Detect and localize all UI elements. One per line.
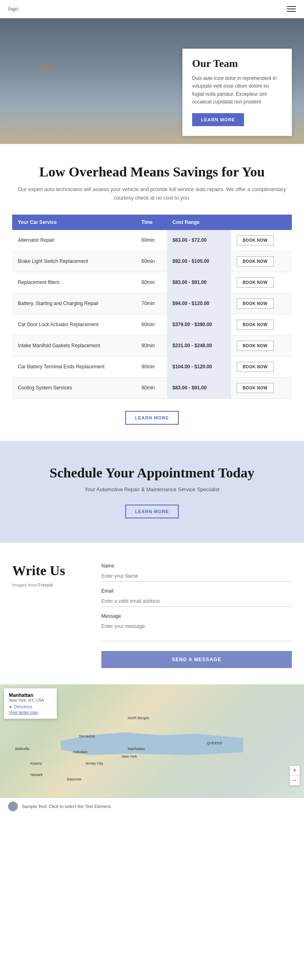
service-name: Replacement filters [12, 272, 136, 293]
freepik-link[interactable]: Freepik [38, 582, 53, 587]
map-label: Manhattan [128, 747, 145, 751]
service-cost: $63.00 - $72.00 [167, 230, 231, 251]
appointment-title: Schedule Your Appointment Today [12, 465, 292, 481]
table-row: Car Battery Terminal Ends Replacement 90… [12, 356, 292, 377]
message-group: Message [101, 613, 292, 643]
table-header: Your Car Service Time Cost Range [12, 215, 292, 230]
email-group: Email [101, 588, 292, 607]
table-row: Battery, Starting and Charging Repair 70… [12, 293, 292, 314]
col-action [231, 215, 292, 230]
map-directions[interactable]: ➤ Directions [9, 705, 52, 709]
contact-title: Write Us [12, 563, 85, 578]
email-label: Email [101, 588, 292, 594]
contact-section: Write Us Images from Freepik Name Email … [0, 543, 304, 684]
service-cost: $83.00 - $91.00 [167, 377, 231, 398]
table-header-row: Your Car Service Time Cost Range [12, 215, 292, 230]
book-now-button[interactable]: BOOK NOW [237, 235, 274, 245]
book-now-button[interactable]: BOOK NOW [237, 383, 274, 393]
service-cost: $83.00 - $91.00 [167, 272, 231, 293]
service-time: 90min [136, 377, 167, 398]
directions-icon: ➤ [9, 705, 12, 709]
header: logo [0, 0, 304, 18]
contact-form: Name Email Message SEND A MESSAGE [101, 563, 292, 668]
col-service: Your Car Service [12, 215, 136, 230]
book-now-button[interactable]: BOOK NOW [237, 362, 274, 372]
table-row: Replacement filters 80min $83.00 - $91.0… [12, 272, 292, 293]
service-cost: $104.00 - $120.00 [167, 356, 231, 377]
table-row: Cooling System Services 90min $83.00 - $… [12, 377, 292, 398]
service-time: 60min [136, 251, 167, 272]
hamburger-line-3 [287, 11, 296, 12]
service-time: 90min [136, 335, 167, 356]
table-row: Car Door Lock Actuator Replacement 60min… [12, 314, 292, 335]
send-message-button[interactable]: SEND A MESSAGE [101, 651, 292, 668]
map-label: QUEENS [207, 741, 222, 745]
book-cell: BOOK NOW [231, 251, 292, 272]
hero-title: Our Team [192, 58, 282, 70]
hero-section: Our Team Duis aute irure dolor in repreh… [0, 18, 304, 144]
sample-text: Sample Text: Click to select the Text El… [22, 804, 112, 809]
services-table: Your Car Service Time Cost Range Alterna… [12, 215, 292, 399]
book-cell: BOOK NOW [231, 293, 292, 314]
book-cell: BOOK NOW [231, 356, 292, 377]
table-row: Intake Manifold Gaskets Replacement 90mi… [12, 335, 292, 356]
service-time: 90min [136, 356, 167, 377]
book-now-button[interactable]: BOOK NOW [237, 299, 274, 309]
contact-left: Write Us Images from Freepik [12, 563, 85, 587]
service-name: Car Battery Terminal Ends Replacement [12, 356, 136, 377]
hamburger-line-1 [287, 6, 296, 7]
hamburger-menu[interactable] [287, 6, 296, 12]
savings-title: Low Overhead Means Savings for You [12, 164, 292, 180]
freepik-note: Images from Freepik [12, 582, 85, 587]
col-time: Time [136, 215, 167, 230]
avatar [8, 802, 18, 811]
book-cell: BOOK NOW [231, 230, 292, 251]
logo: logo [8, 6, 18, 12]
table-row: Brake Light Switch Replacement 60min $92… [12, 251, 292, 272]
appointment-subtitle: Your Automotive Repair & Maintenance Ser… [12, 486, 292, 492]
book-now-button[interactable]: BOOK NOW [237, 341, 274, 351]
savings-cta-wrap: LEARN MORE [12, 411, 292, 425]
appointment-learn-more-button[interactable]: LEARN MORE [125, 505, 179, 518]
service-cost: $231.00 - $248.00 [167, 335, 231, 356]
service-name: Alternator Repair [12, 230, 136, 251]
name-label: Name [101, 563, 292, 569]
map-address: New York, NY, USA [9, 698, 52, 703]
message-textarea[interactable] [101, 621, 292, 641]
book-cell: BOOK NOW [231, 335, 292, 356]
view-larger-map-link[interactable]: View larger map [9, 710, 52, 715]
zoom-in-button[interactable]: + [290, 766, 300, 776]
map-label: Belleville [15, 747, 30, 751]
freepik-prefix: Images from [12, 582, 37, 587]
savings-subtitle: Our expert auto technicians will assess … [12, 185, 292, 202]
map-label: New York [122, 754, 137, 759]
service-name: Battery, Starting and Charging Repair [12, 293, 136, 314]
savings-learn-more-button[interactable]: LEARN MORE [125, 411, 179, 425]
book-cell: BOOK NOW [231, 314, 292, 335]
hero-card: Our Team Duis aute irure dolor in repreh… [182, 49, 292, 136]
name-input[interactable] [101, 571, 292, 582]
book-now-button[interactable]: BOOK NOW [237, 277, 274, 288]
col-cost: Cost Range [167, 215, 231, 230]
service-time: 60min [136, 314, 167, 335]
map-label: Secaucus [79, 734, 95, 738]
map-section: ManhattanNew YorkNorth BergenJersey City… [0, 684, 304, 798]
map-label: Bayonne [67, 777, 81, 781]
service-cost: $92.00 - $105.00 [167, 251, 231, 272]
book-now-button[interactable]: BOOK NOW [237, 256, 274, 266]
email-input[interactable] [101, 596, 292, 607]
zoom-out-button[interactable]: − [290, 776, 300, 785]
bottom-bar: Sample Text: Click to select the Text El… [0, 798, 304, 815]
service-time: 70min [136, 293, 167, 314]
book-cell: BOOK NOW [231, 272, 292, 293]
appointment-section: Schedule Your Appointment Today Your Aut… [0, 441, 304, 543]
service-cost: $379.00 - $390.00 [167, 314, 231, 335]
service-name: Cooling System Services [12, 377, 136, 398]
hero-learn-more-button[interactable]: LEARN MORE [192, 113, 244, 126]
map-label: Newark [30, 773, 43, 777]
service-name: Brake Light Switch Replacement [12, 251, 136, 272]
map-label: Kearny [30, 761, 42, 765]
book-now-button[interactable]: BOOK NOW [237, 320, 274, 330]
hamburger-line-2 [287, 9, 296, 9]
name-group: Name [101, 563, 292, 582]
